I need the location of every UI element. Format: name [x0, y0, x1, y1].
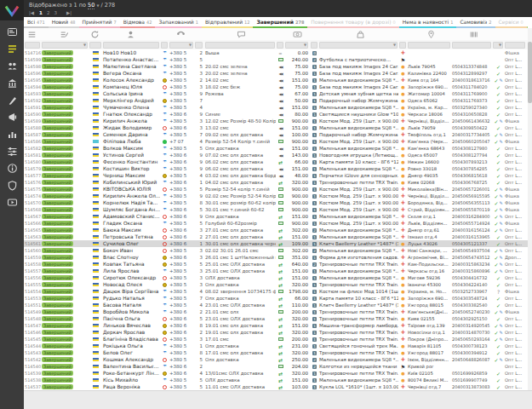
filter-c-pay[interactable]	[276, 40, 284, 49]
filter-input[interactable]	[408, 42, 450, 49]
column-header-c-pay[interactable]	[277, 28, 285, 40]
client-name[interactable]: Устинов Сергей	[102, 153, 160, 158]
sidebar-item-pen[interactable]	[3, 94, 20, 106]
client-name[interactable]: Дацюк Віра Сергіївна	[102, 289, 160, 294]
table-row[interactable]: 514558 Завершений Ковпак Татьяна +380 5 …	[24, 261, 528, 268]
client-name[interactable]: Нов10 Нов10	[102, 50, 160, 55]
table-row[interactable]: 514561 Завершений Сучилов Олег +380 6 1 …	[24, 240, 528, 247]
table-row[interactable]: 514716 Завершений Нов10 Нов10 * +380 5 2…	[24, 49, 528, 56]
sidebar-item-info[interactable]	[3, 162, 20, 174]
column-header-bag-icon[interactable]	[321, 28, 401, 40]
client-name[interactable]: Кирилич Анжела	[102, 118, 160, 124]
filter-input[interactable]: ▼	[493, 42, 503, 49]
client-name[interactable]: Сиротюк Олександр	[102, 275, 160, 280]
table-row[interactable]: 514563 Завершений Петровська Тетяна +380…	[24, 233, 528, 240]
client-name[interactable]: Воробйов Микола	[102, 309, 160, 314]
client-name[interactable]: Малютина Светлана	[102, 64, 160, 69]
tab-в-дорозі-додому[interactable]: В дорозі додому0	[527, 17, 528, 28]
client-name[interactable]: Сольська Ірина	[102, 91, 160, 96]
filter-c-name[interactable]	[102, 40, 160, 49]
page-button-2[interactable]: 2	[47, 10, 50, 15]
filter-input[interactable]	[89, 42, 101, 49]
filter-c-city[interactable]	[407, 40, 451, 49]
client-name[interactable]: Петровська Тетяна	[102, 234, 160, 239]
client-name[interactable]: КВІТОВСЬКА ЮЛІЯ	[102, 187, 160, 192]
table-row[interactable]: 514574 Завершений Кирилич Анжела Ол… * +…	[24, 193, 528, 199]
table-row[interactable]: 514595 Завершений Колосок Александр +380…	[24, 77, 528, 84]
client-name[interactable]: Благініна Владіслава	[102, 337, 160, 342]
table-row[interactable]: 514560 Завершений Бокоч Иван +380 5 3 02…	[24, 247, 528, 254]
edit-icon[interactable]: ✎	[499, 193, 502, 199]
table-row[interactable]: 514586 Завершений Філіпова Люба +7 07 4 …	[24, 138, 528, 145]
table-row[interactable]: 514587 Завершений Семенюк Дарина * +380 …	[24, 131, 528, 138]
page-button-1[interactable]: 1	[39, 10, 43, 15]
edit-icon[interactable]: ✎	[499, 118, 502, 124]
filter-c-days[interactable]	[194, 40, 204, 49]
sidebar-item-sliders[interactable]	[3, 145, 20, 157]
client-name[interactable]: Адамовский Станис…	[102, 214, 160, 219]
client-name[interactable]: Гладик Оксана	[102, 221, 160, 226]
table-row[interactable]: 514538 Завершений Кісь Михайло * +380 5 …	[24, 377, 528, 383]
client-name[interactable]: Бокоч Иван	[102, 248, 160, 253]
filter-c-tag[interactable]	[504, 40, 526, 49]
table-row[interactable]: 514596 Завершений Вегера Оксана * +380 5…	[24, 70, 528, 77]
table-row[interactable]: 514575 Завершений КВІТОВСЬКА ЮЛІЯ +380 5…	[24, 186, 528, 193]
table-row[interactable]: 514548 Завершений Пасічна Ольга +380 6 5…	[24, 315, 528, 322]
client-name[interactable]: Рудько Наталья	[102, 296, 160, 301]
filter-c-id[interactable]	[24, 40, 41, 49]
edit-icon[interactable]: ✎	[499, 248, 502, 253]
client-name[interactable]: Колосок Александр	[102, 78, 160, 83]
table-row[interactable]: 514554 Завершений Дацюк Віра Сергіївна *…	[24, 288, 528, 295]
table-row[interactable]: 514567 Завершений Адамовский Станис… +38…	[24, 213, 528, 220]
table-row[interactable]: 514549 Завершений Воробйов Микола * +380…	[24, 308, 528, 315]
client-name[interactable]: Белов Олег	[102, 350, 160, 355]
column-header-c-src[interactable]	[159, 28, 168, 40]
per-page-dropdown[interactable]: 50	[88, 2, 94, 9]
table-row[interactable]: 514551 Завершений Басова Наталя * +380 5…	[24, 302, 528, 308]
filter-input[interactable]	[452, 42, 491, 49]
tab-сервіси[interactable]: Сервіси0	[495, 17, 527, 28]
client-name[interactable]: Кобилинський Юрий	[102, 180, 160, 185]
table-row[interactable]: 514576 Завершений Кобилинський Юрий * +3…	[24, 179, 528, 186]
table-row[interactable]: 514546 Завершений Деркач Ярослав +380 6 …	[24, 329, 528, 336]
client-name[interactable]: Шумляс Богдана Ан…	[102, 207, 160, 212]
filter-c-qty[interactable]	[310, 40, 318, 49]
edit-icon[interactable]: ✎	[499, 214, 502, 219]
table-row[interactable]: 514545 Завершений Благініна Владіслава +…	[24, 336, 528, 343]
column-header-status-list-icon[interactable]	[41, 28, 89, 40]
client-name[interactable]: Деркач Ярослав	[102, 330, 160, 335]
sidebar-item-video[interactable]	[3, 196, 20, 208]
client-name[interactable]: Корнелюк Надія Та…	[102, 200, 160, 205]
filter-c-chk[interactable]: ▼	[492, 40, 504, 49]
table-row[interactable]: 514591 Завершений Чумаченко Олена * +380…	[24, 104, 528, 111]
filter-input[interactable]	[161, 42, 168, 49]
client-name[interactable]: Вегера Оксана	[102, 71, 160, 76]
filter-input[interactable]	[205, 42, 275, 49]
sidebar-item-bank[interactable]	[3, 77, 20, 89]
table-row[interactable]: 514588 Завершений Жидак Володимир +380 6…	[24, 124, 528, 131]
filter-input[interactable]	[25, 42, 40, 49]
vertical-scrollbar[interactable]	[528, 28, 532, 390]
client-name[interactable]: Філіпова Люба	[102, 139, 160, 144]
client-name[interactable]: Сучилов Олег	[102, 241, 160, 246]
column-header-c-chk[interactable]	[494, 28, 506, 40]
last-page-button[interactable]: ▶|	[66, 10, 72, 15]
client-name[interactable]: Костишин Виктор	[102, 166, 160, 171]
table-row[interactable]: 514555 Завершений Новосад Олеся +380 5 3…	[24, 281, 528, 288]
column-header-rows-icon[interactable]	[24, 28, 41, 40]
client-name[interactable]: Потапенко Анастас…	[102, 57, 160, 62]
edit-icon[interactable]: ✎	[499, 309, 502, 314]
table-row[interactable]: 514557 Завершений Лила Ярослав * +380 5 …	[24, 268, 528, 274]
edit-icon[interactable]: ✎	[499, 139, 502, 144]
client-name[interactable]: Чумаченко Олена	[102, 105, 160, 110]
table-row[interactable]: 514579 Завершений Костишин Виктор * +380…	[24, 165, 528, 172]
table-row[interactable]: 514537 Завершений Раца Вероніка +380 5 5…	[24, 383, 528, 390]
client-name[interactable]: Рокіцька Ольга	[102, 343, 160, 349]
edit-icon[interactable]: ✎	[499, 207, 502, 212]
tab-повернення-товару-в-дорозі-[interactable]: Повернення товару (в дорозі)0	[307, 17, 398, 28]
table-row[interactable]: 514553 Завершений Рудько Наталья * +380 …	[24, 295, 528, 302]
edit-icon[interactable]: ✎	[499, 78, 502, 83]
table-row[interactable]: 514568 Завершений Шумляс Богдана Ан… * +…	[24, 206, 528, 213]
client-name[interactable]: Кирилич Анжела Ол…	[102, 193, 160, 199]
column-header-c-car[interactable]	[401, 28, 409, 40]
